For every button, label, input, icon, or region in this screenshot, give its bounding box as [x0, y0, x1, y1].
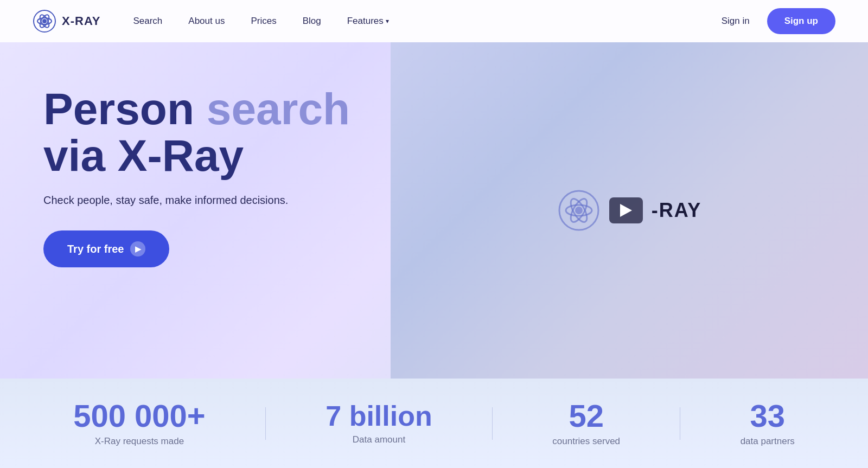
hero-title-line2: via X-Ray	[43, 131, 244, 180]
features-chevron-icon: ▾	[386, 17, 389, 25]
stat-data: 7 billion Data amount	[326, 402, 432, 445]
video-play-button[interactable]	[609, 197, 643, 223]
try-free-button[interactable]: Try for free ▶	[43, 230, 169, 267]
hero-subtitle: Check people, stay safe, make informed d…	[43, 194, 391, 207]
video-container[interactable]: -RAY	[391, 42, 868, 379]
stat-countries-label: countries served	[552, 436, 620, 447]
stat-divider-2	[492, 407, 493, 440]
stat-data-label: Data amount	[353, 434, 405, 445]
sign-in-link[interactable]: Sign in	[722, 16, 750, 27]
arrow-circle-icon: ▶	[130, 241, 145, 257]
navbar: X-RAY Search About us Prices Blog Featur…	[0, 0, 868, 42]
hero-video-panel: -RAY	[391, 42, 868, 379]
nav-link-search[interactable]: Search	[133, 16, 162, 27]
stats-section: 500 000+ X-Ray requests made 7 billion D…	[0, 379, 868, 468]
stat-divider-3	[680, 407, 680, 440]
hero-title: Person search via X-Ray	[43, 86, 391, 179]
logo[interactable]: X-RAY	[33, 9, 100, 33]
video-logo-area: -RAY	[557, 189, 702, 232]
svg-point-4	[42, 19, 47, 23]
video-logo-icon	[557, 189, 601, 232]
stat-partners-number: 33	[750, 400, 785, 432]
svg-point-9	[575, 207, 583, 214]
sign-up-button[interactable]: Sign up	[767, 8, 835, 34]
stat-requests: 500 000+ X-Ray requests made	[73, 400, 206, 447]
video-brand-text: -RAY	[652, 199, 702, 222]
stat-data-number: 7 billion	[326, 402, 432, 430]
hero-content: Person search via X-Ray Check people, st…	[0, 42, 391, 379]
nav-link-features[interactable]: Features ▾	[347, 16, 389, 27]
nav-link-about[interactable]: About us	[188, 16, 225, 27]
logo-text: X-RAY	[62, 14, 100, 28]
play-icon	[620, 204, 632, 217]
nav-link-blog[interactable]: Blog	[303, 16, 321, 27]
stat-countries-number: 52	[569, 400, 604, 432]
hero-section: Person search via X-Ray Check people, st…	[0, 42, 868, 379]
stat-requests-label: X-Ray requests made	[95, 436, 184, 447]
stat-divider-1	[265, 407, 266, 440]
nav-link-prices[interactable]: Prices	[251, 16, 276, 27]
nav-links: Search About us Prices Blog Features ▾	[133, 16, 721, 27]
logo-icon	[33, 9, 56, 33]
hero-title-dark: Person	[43, 84, 194, 133]
hero-title-light: search	[194, 84, 350, 133]
stat-countries: 52 countries served	[552, 400, 620, 447]
nav-right: Sign in Sign up	[722, 8, 835, 34]
stat-requests-number: 500 000+	[73, 400, 206, 432]
stat-partners-label: data partners	[741, 436, 795, 447]
stat-partners: 33 data partners	[741, 400, 795, 447]
